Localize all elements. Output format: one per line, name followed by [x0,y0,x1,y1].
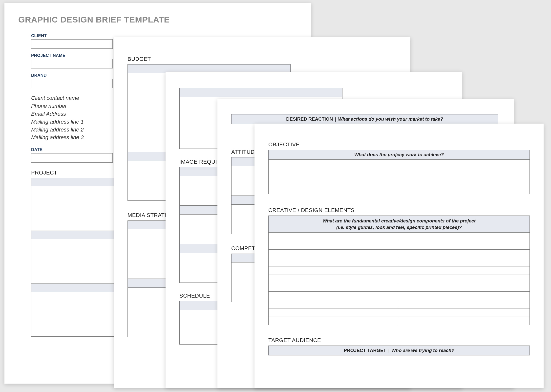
project-subheader-1 [31,178,115,186]
field-box-brand[interactable] [31,79,113,88]
creative-row[interactable] [269,241,530,249]
creative-cell-left[interactable] [269,258,399,266]
creative-row[interactable] [269,249,530,258]
creative-cell-right[interactable] [399,241,530,249]
creative-cell-right[interactable] [399,317,530,325]
project-subheader-3 [31,284,115,292]
creative-row[interactable] [269,283,530,291]
creative-cell-left[interactable] [269,308,399,317]
section-header-objective: OBJECTIVE [268,141,530,148]
creative-cell-right[interactable] [399,292,530,300]
creative-prompt-l1: What are the fundamental creative/design… [272,218,526,224]
field-box-date[interactable] [31,153,113,163]
section-header-target-audience: TARGET AUDIENCE [268,337,530,344]
creative-row[interactable] [269,308,530,317]
project-subheader-2 [31,231,115,239]
creative-cell-right[interactable] [399,233,530,241]
section-header-creative: CREATIVE / DESIGN ELEMENTS [268,207,530,214]
section-header-budget: BUDGET [127,56,396,62]
desired-reaction-prompt: What actions do you wish your market to … [338,116,443,122]
creative-cell-left[interactable] [269,250,399,258]
creative-prompt-l2: (i.e. style guides, look and feel, speci… [272,224,526,231]
creative-cell-left[interactable] [269,275,399,283]
creative-cell-left[interactable] [269,317,399,325]
target-audience-title: PROJECT TARGET [344,348,386,353]
creative-row[interactable] [269,300,530,308]
creative-cell-left[interactable] [269,300,399,308]
objective-bar: What does the projecy work to achieve? [268,150,530,160]
creative-cell-right[interactable] [399,250,530,258]
creative-cell-right[interactable] [399,308,530,317]
creative-bar: What are the fundamental creative/design… [268,216,530,233]
creative-cell-right[interactable] [399,266,530,275]
target-audience-bar: PROJECT TARGET | Who are we trying to re… [268,346,530,355]
objective-body[interactable] [268,160,530,194]
creative-row[interactable] [269,275,530,283]
field-box-client[interactable] [31,39,113,49]
creative-cell-left[interactable] [269,283,399,291]
creative-cell-left[interactable] [269,292,399,300]
creative-cell-left[interactable] [269,241,399,249]
project-body-1[interactable] [31,186,115,231]
creative-grid[interactable] [268,233,530,325]
target-audience-sep: | [388,348,389,353]
project-body-2[interactable] [31,239,115,284]
project-body-3[interactable] [31,292,115,337]
creative-row[interactable] [269,233,530,241]
p3-top-subheader [179,88,342,97]
creative-cell-right[interactable] [399,300,530,308]
creative-cell-left[interactable] [269,266,399,275]
creative-row[interactable] [269,291,530,300]
creative-cell-right[interactable] [399,258,530,266]
desired-reaction-bar-partial: DESIRED REACTION | What actions do you w… [231,114,498,124]
creative-cell-left[interactable] [269,233,399,241]
template-page-5: OBJECTIVE What does the projecy work to … [254,124,544,388]
creative-row[interactable] [269,258,530,266]
creative-row[interactable] [269,266,530,275]
creative-row[interactable] [269,317,530,325]
creative-cell-right[interactable] [399,275,530,283]
document-title: GRAPHIC DESIGN BRIEF TEMPLATE [18,15,297,24]
creative-cell-right[interactable] [399,283,530,291]
desired-reaction-sep: | [335,116,336,122]
desired-reaction-title: DESIRED REACTION [286,116,333,122]
objective-prompt: What does the projecy work to achieve? [354,152,444,157]
field-box-project-name[interactable] [31,59,113,68]
project-box-stack [31,178,115,337]
target-audience-prompt: Who are we trying to reach? [391,348,454,353]
